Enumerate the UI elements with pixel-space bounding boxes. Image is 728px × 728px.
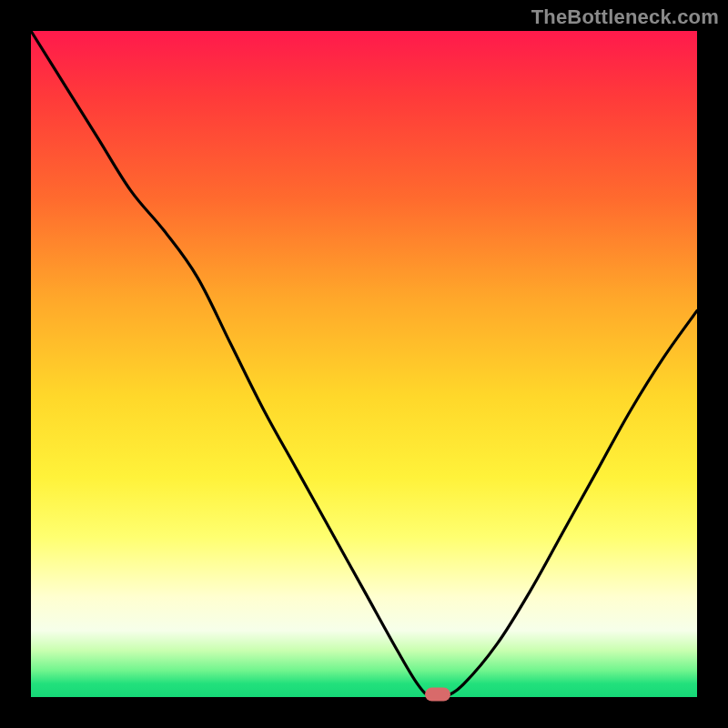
chart-frame: TheBottleneck.com — [0, 0, 728, 728]
bottleneck-curve — [31, 31, 697, 697]
watermark-text: TheBottleneck.com — [531, 5, 719, 29]
optimal-marker — [425, 688, 450, 702]
plot-area — [31, 31, 697, 697]
